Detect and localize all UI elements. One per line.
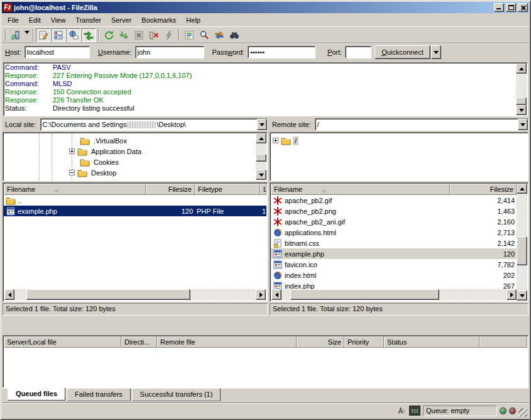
compare-directories-button[interactable] (197, 28, 212, 42)
port-input[interactable] (345, 46, 371, 58)
scroll-up-button[interactable] (256, 133, 266, 143)
remote-site-combo[interactable]: / (315, 118, 528, 131)
speed-limit-icon[interactable] (409, 406, 420, 416)
scroll-track[interactable] (14, 289, 256, 300)
file-row[interactable]: apache_pb2_ani.gif2,160 (271, 216, 517, 227)
collapse-minus-icon[interactable] (69, 170, 75, 175)
scroll-left-button[interactable] (4, 289, 14, 300)
column-header-remote-file[interactable]: Remote file (157, 336, 297, 348)
log-vertical-scrollbar[interactable] (516, 64, 527, 115)
reconnect-button[interactable] (161, 28, 177, 42)
scroll-down-button[interactable] (516, 105, 527, 115)
local-status-text: Selected 1 file. Total size: 120 bytes (3, 303, 268, 316)
username-input[interactable] (135, 46, 204, 58)
file-row[interactable]: apache_pb2.gif2,414 (271, 195, 517, 206)
minimize-button[interactable] (494, 3, 504, 12)
tree-item-cookies[interactable]: Cookies (4, 157, 256, 167)
quickconnect-dropdown[interactable] (431, 45, 441, 59)
scroll-up-button[interactable] (516, 64, 527, 74)
scroll-up-button[interactable] (517, 184, 527, 194)
host-input[interactable] (25, 46, 90, 58)
column-header-filesize[interactable]: Filesize (450, 184, 517, 195)
column-header-priority[interactable]: Priority (344, 336, 384, 348)
disconnect-button[interactable] (146, 28, 161, 42)
file-row[interactable]: apache_pb2.png1,463 (271, 206, 517, 216)
local-combo-dropdown[interactable] (257, 119, 267, 130)
toggle-transfer-queue-button[interactable] (81, 28, 96, 42)
column-header-modified[interactable]: L (260, 184, 266, 195)
file-row[interactable]: applications.html2,713 (271, 227, 517, 238)
menu-transfer[interactable]: Transfer (70, 15, 106, 25)
toggle-message-log-button[interactable] (36, 28, 51, 42)
file-row[interactable]: index.html202 (271, 270, 517, 280)
menu-help[interactable]: Help (181, 15, 205, 25)
tree-item-desktop[interactable]: Desktop (4, 167, 256, 178)
scroll-thumb[interactable] (290, 289, 439, 300)
column-header-filename[interactable]: Filename (271, 184, 450, 195)
column-header-direction[interactable]: Directi... (121, 336, 157, 348)
column-header-filesize[interactable]: Filesize (146, 184, 195, 195)
menu-view[interactable]: View (46, 15, 71, 25)
scroll-thumb[interactable] (256, 154, 266, 162)
remote-horizontal-scrollbar[interactable] (271, 290, 517, 301)
cancel-operation-button[interactable] (131, 28, 146, 42)
tree-item-application-data[interactable]: Application Data (4, 146, 256, 157)
menu-bookmarks[interactable]: Bookmarks (136, 15, 181, 25)
toggle-local-tree-button[interactable] (51, 28, 66, 42)
tab-queued-files[interactable]: Queued files (8, 388, 65, 401)
scroll-track[interactable] (516, 74, 527, 105)
expand-plus-icon[interactable] (69, 148, 75, 154)
file-row-updir[interactable]: .. (4, 195, 266, 206)
find-files-button[interactable] (227, 28, 242, 42)
column-header-server-local-file[interactable]: Server/Local file (4, 336, 121, 348)
tree-item-virtualbox[interactable]: .VirtualBox (4, 135, 256, 146)
local-tree-vertical-scrollbar[interactable] (256, 133, 266, 180)
menu-edit[interactable]: Edit (24, 15, 46, 25)
scroll-right-button[interactable] (256, 289, 266, 300)
local-site-combo[interactable]: C:\Documents and Settings\Desktop\ (40, 118, 268, 131)
scroll-thumb[interactable] (26, 289, 190, 300)
column-header-status[interactable]: Status (384, 336, 479, 348)
password-input[interactable] (248, 46, 315, 58)
file-row-example-php[interactable]: example.php 120 PHP File 1 (4, 206, 266, 216)
column-header-filename[interactable]: Filename (4, 184, 146, 195)
tab-successful-transfers[interactable]: Successful transfers (1) (132, 389, 221, 401)
queue-list-area[interactable] (4, 348, 527, 387)
process-queue-button[interactable] (116, 28, 131, 42)
scroll-thumb[interactable] (516, 97, 527, 105)
scroll-track[interactable] (517, 194, 527, 290)
scroll-track[interactable] (256, 143, 266, 170)
scroll-track[interactable] (282, 289, 506, 300)
refresh-button[interactable] (101, 28, 116, 42)
scroll-right-button[interactable] (506, 289, 517, 300)
scroll-down-button[interactable] (256, 170, 266, 180)
local-horizontal-scrollbar[interactable] (4, 290, 266, 301)
synchronized-browsing-button[interactable] (212, 28, 227, 42)
site-manager-dropdown[interactable] (23, 28, 31, 42)
maximize-button[interactable] (506, 3, 516, 12)
file-row[interactable]: bitnami.css2,142 (271, 238, 517, 248)
ascii-data-type-icon[interactable] (395, 406, 407, 416)
expand-plus-icon[interactable] (273, 138, 278, 143)
file-row[interactable]: index.php267 (271, 280, 517, 290)
quickconnect-button[interactable]: Quickconnect (375, 45, 430, 59)
menu-server[interactable]: Server (106, 15, 136, 25)
file-row-example-php[interactable]: example.php120 (271, 248, 517, 259)
resize-grip[interactable] (518, 408, 527, 417)
scroll-down-button[interactable] (517, 290, 527, 301)
tree-item-root[interactable]: / (271, 135, 527, 146)
file-row[interactable]: favicon.ico7,782 (271, 259, 517, 270)
remote-combo-dropdown[interactable] (518, 119, 528, 130)
toggle-remote-tree-button[interactable] (66, 28, 81, 42)
site-manager-button[interactable] (8, 28, 23, 42)
local-site-label: Local site: (3, 121, 39, 128)
scroll-left-button[interactable] (271, 289, 282, 300)
menu-file[interactable]: File (3, 15, 24, 25)
directory-filter-button[interactable] (182, 28, 197, 42)
remote-vertical-scrollbar[interactable] (517, 184, 527, 301)
column-header-filetype[interactable]: Filetype (195, 184, 260, 195)
close-button[interactable] (518, 3, 528, 12)
column-header-size[interactable]: Size (297, 336, 344, 348)
tab-failed-transfers[interactable]: Failed transfers (67, 389, 131, 401)
scroll-thumb[interactable] (517, 236, 527, 265)
